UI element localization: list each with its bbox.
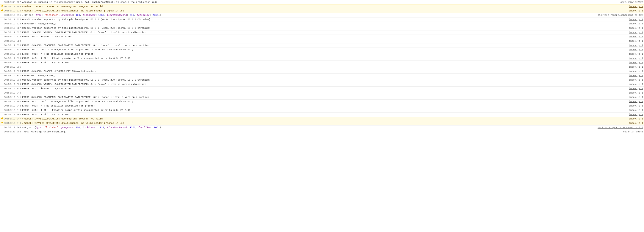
console-row[interactable]: 00:53:19.839ERROR: 0:2: 'layout' : synta… bbox=[0, 86, 644, 91]
console-row[interactable]: 00:53:19.837CanvasID : wasm_canvas_1inde… bbox=[0, 73, 644, 78]
timestamp: 00:53:19.311 bbox=[4, 13, 22, 17]
source-link[interactable]: backtest-report.component.ts:123 bbox=[598, 14, 643, 17]
source-link[interactable]: index.js:1 bbox=[629, 109, 643, 111]
console-row[interactable]: 00:53:19.845ERROR: 0:5: '1.0f' : syntax … bbox=[0, 112, 644, 117]
console-row[interactable]: 00:53:19.830ERROR::SHADER::FRAGMENT::COM… bbox=[0, 43, 644, 48]
console-row[interactable]: 00:53:19.831ERROR: 0:2: 'out' : storage … bbox=[0, 48, 644, 52]
console-row[interactable]: 00:53:19.309▸WebGL: INVALID_OPERATION: u… bbox=[0, 4, 644, 9]
expand-caret-icon[interactable]: ▸ bbox=[22, 9, 24, 13]
timestamp: 00:53:19.840 bbox=[4, 91, 22, 95]
source-link[interactable]: index.js:1 bbox=[629, 113, 643, 116]
source-location: index.js:1 bbox=[627, 82, 643, 86]
source-link[interactable]: index.js:1 bbox=[629, 23, 643, 25]
console-row[interactable]: 00:53:19.832ERROR: 0:2: '' : No precisio… bbox=[0, 52, 644, 56]
source-link[interactable]: index.js:1 bbox=[629, 74, 643, 77]
timestamp: 00:53:19.841 bbox=[4, 95, 22, 99]
source-link[interactable]: index.js:1 bbox=[629, 79, 643, 81]
source-link[interactable]: index.js:1 bbox=[629, 57, 643, 60]
message: ERROR: 0:5: '1.0f' : Floating-point suff… bbox=[22, 57, 627, 60]
expand-caret-icon[interactable]: ▸ bbox=[22, 13, 24, 17]
expand-caret-icon[interactable]: ▸ bbox=[22, 5, 24, 9]
source-link[interactable]: index.js:1 bbox=[629, 92, 643, 94]
source-link[interactable]: index.js:1 bbox=[629, 53, 643, 55]
message: [WDS] Warnings while compiling. bbox=[22, 130, 621, 134]
source-link[interactable]: index.js:1 bbox=[629, 104, 643, 107]
source-link[interactable]: index.js:1 bbox=[629, 48, 643, 51]
source-link[interactable]: index.js:1 bbox=[629, 83, 643, 85]
source-link[interactable]: index.js:1 bbox=[629, 61, 643, 64]
console-row[interactable]: 00:53:19.828ERROR: 0:2: 'layout' : synta… bbox=[0, 35, 644, 39]
timestamp: 00:53:19.844 bbox=[4, 108, 22, 112]
message: ERROR::SHADER::FRAGMENT::COMPILATION_FAI… bbox=[22, 95, 627, 99]
console-row[interactable]: 00:53:19.825OpenGL version supported by … bbox=[0, 17, 644, 22]
source-link[interactable]: index.js:1 bbox=[629, 40, 643, 42]
source-link[interactable]: client?ffdb:41 bbox=[623, 131, 643, 133]
console-row[interactable]: 00:53:19.842ERROR: 0:2: 'out' : storage … bbox=[0, 99, 644, 104]
console-row[interactable]: 00:53:19.310▸WebGL: INVALID_OPERATION: d… bbox=[0, 9, 644, 13]
console-row[interactable]: 00:53:19.843ERROR: 0:2: '' : No precisio… bbox=[0, 104, 644, 108]
timestamp: 00:53:19.309 bbox=[4, 5, 22, 9]
source-link[interactable]: index.js:1 bbox=[629, 27, 643, 29]
brace-close: } bbox=[160, 14, 161, 17]
source-link[interactable]: index.js:1 bbox=[629, 66, 643, 68]
source-location: index.js:1 bbox=[627, 78, 643, 82]
console-row[interactable]: 00:53:19.841ERROR::SHADER::FRAGMENT::COM… bbox=[0, 95, 644, 99]
timestamp: 00:53:19.847 bbox=[4, 117, 22, 121]
source-link[interactable]: core.es5.js:2925 bbox=[620, 1, 643, 4]
brace-close: } bbox=[160, 126, 161, 129]
console-row[interactable]: 00:53:19.829index.js:1 bbox=[0, 39, 644, 43]
source-location: backtest-report.component.ts:123 bbox=[596, 126, 643, 129]
message: ERROR: 0:2: 'out' : storage qualifier su… bbox=[22, 100, 627, 103]
console-row[interactable]: 00:53:19.840index.js:1 bbox=[0, 91, 644, 95]
message-text: ERROR: 0:2: 'out' : storage qualifier su… bbox=[22, 100, 133, 103]
console-row[interactable]: 00:53:19.847▸WebGL: INVALID_OPERATION: u… bbox=[0, 117, 644, 121]
expand-caret-icon[interactable]: ▸ bbox=[22, 117, 24, 121]
console-row[interactable]: 00:53:19.827ERROR::SHADER::VERTEX::COMPI… bbox=[0, 30, 644, 35]
message-text: ERROR: 0:5: '1.0f' : syntax error bbox=[22, 61, 69, 64]
console-row[interactable]: 00:53:19.833ERROR: 0:5: '1.0f' : Floatin… bbox=[0, 56, 644, 60]
console-row[interactable]: 00:53:19.849▸Object {type: "finished", p… bbox=[0, 125, 644, 130]
message-text: ERROR: 0:2: 'layout' : syntax error bbox=[22, 35, 72, 38]
source-link[interactable]: index.js:1 bbox=[629, 35, 643, 38]
source-link[interactable]: backtest-report.component.ts:123 bbox=[598, 126, 643, 129]
message-text: WebGL: INVALID_OPERATION: drawElements: … bbox=[24, 10, 124, 12]
source-location: index.js:1 bbox=[627, 70, 643, 73]
source-link[interactable]: index.js:1 bbox=[629, 70, 643, 73]
timestamp: 00:53:19.837 bbox=[4, 74, 22, 78]
source-link[interactable]: index.js:1 bbox=[629, 44, 643, 47]
console-row[interactable]: 00:53:19.311▸Object {type: "finished", p… bbox=[0, 13, 644, 17]
console-row[interactable]: 00:53:19.838OpenGL version supported by … bbox=[0, 78, 644, 82]
source-link[interactable]: index.js:1 bbox=[629, 5, 643, 8]
expand-caret-icon[interactable]: ▸ bbox=[22, 122, 24, 125]
source-location: index.js:1 bbox=[627, 100, 643, 103]
console-row[interactable]: 00:53:20.206[WDS] Warnings while compili… bbox=[0, 130, 644, 134]
source-link[interactable]: index.js:1 bbox=[629, 96, 643, 98]
console-row[interactable]: 00:53:19.827OpenGL version supported by … bbox=[0, 26, 644, 30]
message-text: ERROR: 0:2: '' : No precision specified … bbox=[22, 53, 95, 55]
source-link[interactable]: index.js:1 bbox=[629, 122, 643, 125]
console-row[interactable]: 00:53:19.834ERROR: 0:5: '1.0f' : syntax … bbox=[0, 60, 644, 65]
console-row[interactable]: 00:53:19.839ERROR::SHADER::VERTEX::COMPI… bbox=[0, 82, 644, 86]
expand-caret-icon[interactable]: ▸ bbox=[22, 126, 24, 129]
console-row[interactable]: 00:53:19.844ERROR: 0:5: '1.0f' : Floatin… bbox=[0, 108, 644, 112]
source-link[interactable]: index.js:1 bbox=[629, 118, 643, 120]
source-link[interactable]: index.js:1 bbox=[629, 31, 643, 34]
timestamp: 00:53:19.842 bbox=[4, 100, 22, 103]
source-link[interactable]: index.js:1 bbox=[629, 10, 643, 12]
console-row[interactable]: 00:53:19.835index.js:1 bbox=[0, 65, 644, 69]
source-link[interactable]: index.js:1 bbox=[629, 87, 643, 90]
console-row[interactable]: 00:53:19.848▸WebGL: INVALID_OPERATION: d… bbox=[0, 121, 644, 125]
console-row[interactable]: 00:53:04.727Angular is running in the de… bbox=[0, 0, 644, 4]
source-link[interactable]: index.js:1 bbox=[629, 18, 643, 21]
console-row[interactable]: 00:53:19.836ERROR::SHADER::SHADER::LINKI… bbox=[0, 69, 644, 73]
timestamp: 00:53:19.849 bbox=[4, 126, 22, 129]
object-value: 1555 bbox=[98, 14, 104, 17]
message-text: ERROR: 0:2: 'out' : storage qualifier su… bbox=[22, 48, 133, 51]
message: ERROR::SHADER::VERTEX::COMPILATION_FAILE… bbox=[22, 82, 627, 86]
source-location: index.js:1 bbox=[627, 65, 643, 69]
timestamp: 00:53:04.727 bbox=[4, 1, 22, 4]
source-location: index.js:1 bbox=[627, 122, 643, 125]
console-row[interactable]: 00:53:19.826CanvasID : wasm_canvas_0inde… bbox=[0, 22, 644, 26]
source-link[interactable]: index.js:1 bbox=[629, 100, 643, 103]
message-text: CanvasID : wasm_canvas_1 bbox=[22, 74, 56, 77]
